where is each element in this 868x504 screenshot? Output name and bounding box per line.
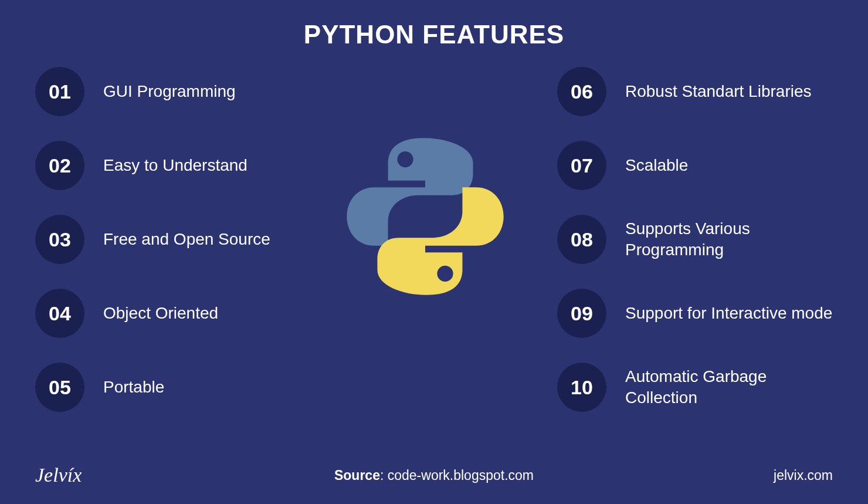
feature-number: 10 (557, 363, 606, 412)
feature-number: 07 (557, 141, 606, 190)
feature-number: 02 (35, 141, 84, 190)
right-column: 06 Robust Standart Libraries 07 Scalable… (557, 67, 833, 412)
svg-point-0 (397, 151, 413, 167)
feature-item: 08 Supports Various Programming (557, 215, 833, 264)
feature-item: 04 Object Oriented (35, 289, 293, 338)
feature-label: Free and Open Source (103, 229, 270, 250)
source-attribution: Source: code-work.blogspot.com (334, 468, 534, 483)
python-logo-icon (340, 131, 510, 302)
feature-label: Robust Standart Libraries (625, 81, 812, 102)
feature-number: 09 (557, 289, 606, 338)
site-url: jelvix.com (774, 468, 833, 483)
feature-item: 06 Robust Standart Libraries (557, 67, 833, 116)
feature-item: 09 Support for Interactive mode (557, 289, 833, 338)
feature-item: 10 Automatic Garbage Collection (557, 363, 833, 412)
feature-item: 03 Free and Open Source (35, 215, 293, 264)
source-label: Source (334, 468, 380, 483)
feature-item: 02 Easy to Understand (35, 141, 293, 190)
feature-number: 08 (557, 215, 606, 264)
content-grid: 01 GUI Programming 02 Easy to Understand… (0, 67, 868, 412)
feature-label: Portable (103, 377, 164, 398)
source-value: : code-work.blogspot.com (380, 468, 534, 483)
feature-label: GUI Programming (103, 81, 236, 102)
feature-label: Scalable (625, 155, 688, 176)
feature-label: Supports Various Programming (625, 218, 833, 261)
feature-item: 07 Scalable (557, 141, 833, 190)
brand-logo: Jelvíx (35, 464, 82, 486)
feature-number: 05 (35, 363, 84, 412)
feature-number: 01 (35, 67, 84, 116)
feature-label: Support for Interactive mode (625, 303, 832, 324)
feature-number: 04 (35, 289, 84, 338)
page-title: PYTHON FEATURES (0, 0, 868, 67)
left-column: 01 GUI Programming 02 Easy to Understand… (35, 67, 293, 412)
feature-number: 03 (35, 215, 84, 264)
footer: Jelvíx Source: code-work.blogspot.com je… (0, 464, 868, 486)
feature-item: 05 Portable (35, 363, 293, 412)
feature-label: Easy to Understand (103, 155, 247, 176)
feature-item: 01 GUI Programming (35, 67, 293, 116)
svg-point-1 (437, 266, 453, 282)
feature-label: Automatic Garbage Collection (625, 366, 833, 409)
feature-label: Object Oriented (103, 303, 218, 324)
feature-number: 06 (557, 67, 606, 116)
